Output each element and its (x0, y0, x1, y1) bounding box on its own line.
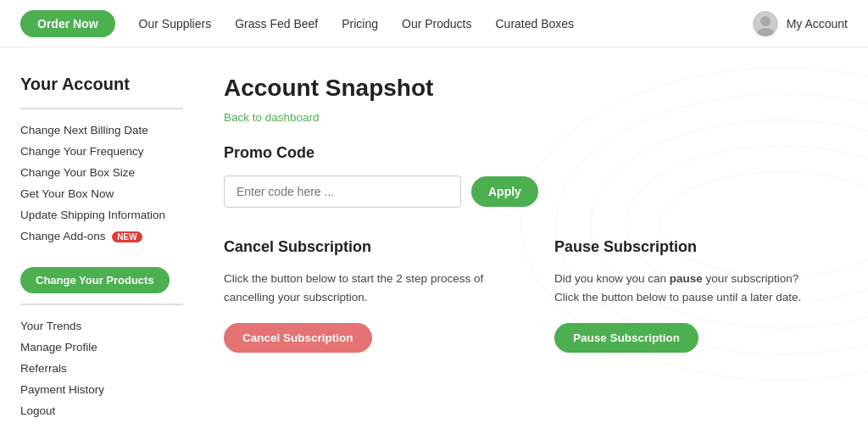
pause-subscription-description: Did you know you can pause your subscrip… (554, 270, 826, 306)
pause-subscription-title: Pause Subscription (554, 238, 834, 256)
sidebar-item-change-your-box-size[interactable]: Change Your Box Size (20, 162, 183, 183)
promo-section-title: Promo Code (224, 144, 834, 162)
sidebar-divider-bottom (20, 304, 183, 305)
promo-code-input[interactable] (224, 175, 461, 208)
cancel-subscription-button[interactable]: Cancel Subscription (224, 323, 372, 353)
sidebar-item-update-shipping-information[interactable]: Update Shipping Information (20, 204, 183, 226)
pause-subscription-button[interactable]: Pause Subscription (554, 323, 698, 353)
nav-links: Our Suppliers Grass Fed Beef Pricing Our… (139, 17, 753, 31)
sidebar-item-change-next-billing-date[interactable]: Change Next Billing Date (20, 120, 183, 141)
avatar (753, 11, 778, 36)
nav-our-products[interactable]: Our Products (402, 17, 471, 31)
promo-apply-button[interactable]: Apply (471, 176, 538, 207)
sidebar-bottom-links: Your Trends Manage Profile Referrals Pay… (20, 315, 183, 421)
sidebar-item-your-trends[interactable]: Your Trends (20, 315, 183, 337)
nav-our-suppliers[interactable]: Our Suppliers (139, 17, 212, 31)
page-wrapper: Your Account Change Next Billing Date Ch… (0, 47, 868, 440)
new-badge: NEW (112, 231, 142, 242)
sidebar-item-logout[interactable]: Logout (20, 400, 183, 421)
my-account-link[interactable]: My Account (787, 17, 848, 31)
sidebar-item-change-your-frequency[interactable]: Change Your Frequency (20, 141, 183, 162)
main-content: Account Snapshot Back to dashboard Promo… (203, 47, 868, 440)
page-title: Account Snapshot (224, 75, 834, 102)
cancel-subscription-description: Click the button below to start the 2 st… (224, 270, 495, 306)
change-products-button[interactable]: Change Your Products (20, 267, 170, 293)
svg-point-1 (757, 28, 774, 36)
nav-pricing[interactable]: Pricing (342, 17, 378, 31)
sidebar-divider-top (20, 108, 183, 109)
sidebar-item-change-add-ons[interactable]: Change Add-ons NEW (20, 226, 183, 247)
sidebar: Your Account Change Next Billing Date Ch… (0, 47, 203, 440)
navbar: Order Now Our Suppliers Grass Fed Beef P… (0, 0, 868, 47)
promo-row: Apply (224, 175, 834, 208)
pause-subscription-section: Pause Subscription Did you know you can … (554, 238, 834, 353)
sidebar-item-get-your-box-now[interactable]: Get Your Box Now (20, 183, 183, 204)
sidebar-item-manage-profile[interactable]: Manage Profile (20, 337, 183, 358)
two-column-section: Cancel Subscription Click the button bel… (224, 238, 834, 353)
sidebar-title: Your Account (20, 75, 183, 94)
sidebar-item-payment-history[interactable]: Payment History (20, 379, 183, 400)
nav-curated-boxes[interactable]: Curated Boxes (496, 17, 575, 31)
navbar-right: My Account (753, 11, 848, 36)
cancel-subscription-title: Cancel Subscription (224, 238, 504, 256)
sidebar-top-links: Change Next Billing Date Change Your Fre… (20, 120, 183, 247)
svg-point-0 (760, 16, 771, 26)
sidebar-item-referrals[interactable]: Referrals (20, 358, 183, 379)
cancel-subscription-section: Cancel Subscription Click the button bel… (224, 238, 504, 353)
back-to-dashboard-link[interactable]: Back to dashboard (224, 111, 320, 124)
nav-grass-fed-beef[interactable]: Grass Fed Beef (235, 17, 318, 31)
order-now-button[interactable]: Order Now (20, 10, 115, 37)
